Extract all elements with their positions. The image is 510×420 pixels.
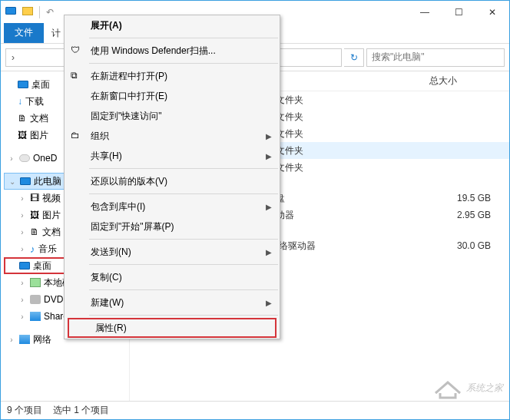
menu-label: 在新进程中打开(P): [91, 70, 167, 83]
cell-type: 文件夹: [276, 111, 368, 124]
menu-separator: [89, 63, 278, 64]
document-icon: 🗎: [18, 113, 27, 124]
menu-label: 固定到"开始"屏幕(P): [91, 220, 174, 233]
menu-include-library[interactable]: 包含到库中(I)▶: [65, 197, 280, 217]
menu-label: 组织: [91, 130, 109, 143]
app-icon: [5, 6, 18, 18]
status-selection-count: 选中 1 个项目: [53, 404, 109, 417]
cell-size: 19.5 GB: [448, 193, 509, 203]
tree-label: OneD: [33, 153, 57, 164]
menu-label: 包含到库中(I): [91, 200, 145, 213]
monitor-icon: [19, 262, 30, 270]
menu-label: 发送到(N): [91, 246, 131, 259]
menu-expand[interactable]: 展开(A): [65, 15, 280, 35]
window-controls: — ☐ ✕: [408, 1, 509, 24]
search-box[interactable]: 搜索"此电脑": [366, 48, 505, 67]
refresh-button[interactable]: ↻: [344, 48, 364, 67]
menu-separator: [89, 193, 278, 194]
file-tab[interactable]: 文件: [4, 23, 44, 43]
tree-label: 下载: [25, 95, 44, 108]
submenu-arrow-icon: ▶: [266, 152, 272, 160]
tree-label: 音乐: [38, 243, 57, 256]
open-icon: ⧉: [71, 70, 83, 82]
menu-separator: [89, 264, 278, 265]
tree-label: 网络: [33, 333, 51, 346]
monitor-icon: [18, 81, 28, 88]
cell-type: 文件夹: [276, 144, 368, 157]
dvd-icon: [30, 295, 41, 304]
context-menu[interactable]: 展开(A) 🛡使用 Windows Defender扫描... ⧉在新进程中打开…: [64, 15, 280, 339]
status-bar: 9 个项目 选中 1 个项目: [1, 401, 509, 419]
expand-icon[interactable]: ›: [18, 279, 27, 287]
menu-defender-scan[interactable]: 🛡使用 Windows Defender扫描...: [65, 41, 280, 61]
expand-icon[interactable]: ›: [18, 296, 27, 304]
submenu-arrow-icon: ▶: [266, 132, 272, 141]
disk-icon: [30, 278, 41, 287]
menu-open-new-process[interactable]: ⧉在新进程中打开(P): [65, 66, 280, 86]
minimize-button[interactable]: —: [408, 1, 442, 24]
cell-type: 文件夹: [276, 127, 368, 141]
undo-icon[interactable]: ↶: [46, 7, 54, 18]
menu-share[interactable]: 共享(H)▶: [65, 146, 280, 166]
menu-label: 使用 Windows Defender扫描...: [91, 45, 216, 58]
maximize-button[interactable]: ☐: [442, 1, 475, 24]
close-button[interactable]: ✕: [475, 1, 509, 24]
menu-separator: [89, 239, 278, 240]
menu-label: 新建(W): [91, 296, 124, 309]
cloud-icon: [19, 154, 30, 162]
expand-icon[interactable]: ›: [18, 313, 27, 321]
tree-label: 桌面: [33, 260, 51, 273]
menu-pin-start[interactable]: 固定到"开始"屏幕(P): [65, 217, 280, 236]
menu-pin-quick-access[interactable]: 固定到"快速访问": [65, 106, 280, 126]
defender-icon: 🛡: [71, 45, 83, 57]
expand-icon[interactable]: ›: [18, 245, 27, 253]
cell-type: 网络驱动器: [270, 240, 362, 253]
video-icon: 🎞: [30, 193, 39, 203]
expand-icon[interactable]: ›: [18, 194, 27, 203]
menu-label: 展开(A): [91, 19, 122, 32]
menu-organize[interactable]: 🗀组织▶: [65, 126, 280, 146]
menu-copy[interactable]: 复制(C): [65, 267, 280, 287]
pictures-icon: 🖼: [30, 210, 39, 220]
network-drive-icon: [30, 312, 41, 321]
menu-separator: [89, 289, 278, 290]
cell-size: 30.0 GB: [448, 240, 509, 251]
network-icon: [19, 335, 30, 344]
expand-icon[interactable]: ›: [18, 228, 27, 236]
expand-icon[interactable]: ›: [18, 211, 27, 220]
menu-label: 属性(R): [95, 322, 127, 335]
menu-send-to[interactable]: 发送到(N)▶: [65, 242, 280, 262]
menu-label: 复制(C): [91, 271, 122, 284]
tree-label: 文档: [30, 112, 48, 125]
menu-new[interactable]: 新建(W)▶: [65, 293, 280, 313]
expand-icon[interactable]: ›: [7, 154, 16, 163]
menu-properties[interactable]: 属性(R): [68, 318, 277, 338]
tree-label: 图片: [42, 209, 61, 222]
tree-label: 此电脑: [34, 175, 61, 188]
tree-label: 桌面: [31, 78, 50, 91]
tree-label: 视频: [42, 192, 61, 205]
menu-restore-previous[interactable]: 还原以前的版本(V): [65, 171, 280, 191]
cell-type: 盘: [276, 192, 368, 205]
tree-label: 文档: [42, 226, 61, 239]
cell-type: 文件夹: [276, 161, 368, 174]
search-placeholder: 搜索"此电脑": [372, 51, 425, 64]
cell-size: 2.95 GB: [448, 210, 509, 220]
cell-type: 动器: [276, 209, 368, 222]
submenu-arrow-icon: ▶: [266, 248, 272, 256]
column-size[interactable]: 总大小: [422, 74, 465, 88]
expand-icon[interactable]: ›: [7, 336, 16, 344]
pictures-icon: 🖼: [18, 130, 27, 141]
submenu-arrow-icon: ▶: [266, 203, 272, 211]
monitor-icon: [20, 177, 31, 185]
qat-divider: [39, 6, 40, 18]
music-icon: ♪: [30, 243, 35, 255]
menu-separator: [89, 38, 278, 38]
menu-label: 在新窗口中打开(E): [91, 90, 167, 103]
menu-open-new-window[interactable]: 在新窗口中打开(E): [65, 86, 280, 106]
collapse-icon[interactable]: ⌄: [8, 177, 17, 186]
tree-label: 图片: [30, 129, 48, 142]
qat-folder-icon[interactable]: [22, 7, 33, 18]
address-chevron-icon[interactable]: ›: [6, 52, 20, 63]
menu-label: 固定到"快速访问": [91, 110, 162, 123]
